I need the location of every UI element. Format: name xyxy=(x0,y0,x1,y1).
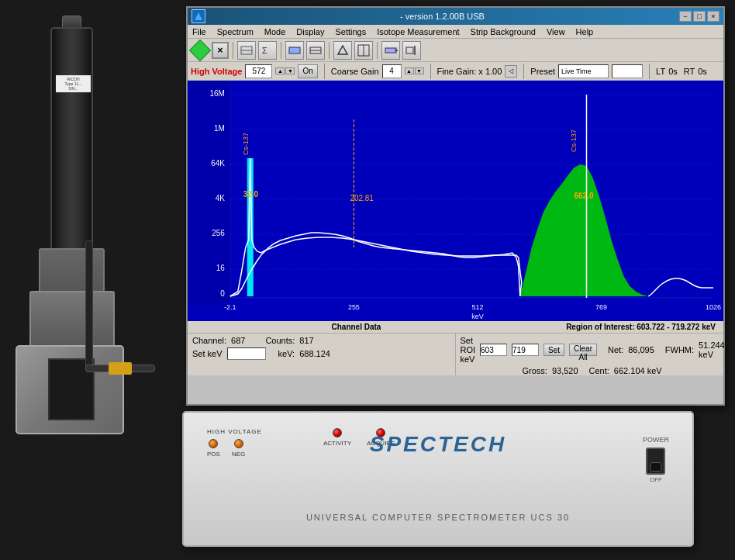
kev-label: keV: xyxy=(278,349,295,358)
svg-text:-2.1: -2.1 xyxy=(224,303,236,311)
tube-base-upper xyxy=(39,248,105,295)
toolbar-btn-1[interactable] xyxy=(237,41,256,60)
pos-indicator: POS xyxy=(207,439,220,458)
preset-dropdown[interactable]: Live Time xyxy=(558,64,609,78)
minimize-button[interactable]: − xyxy=(679,11,692,22)
sep-3 xyxy=(523,64,524,79)
maximize-button[interactable]: □ xyxy=(693,11,706,22)
gross-label: Gross: xyxy=(523,366,547,375)
toolbar-btn-8[interactable] xyxy=(402,41,421,60)
fwhm-label: FWHM: xyxy=(665,345,694,354)
menu-mode[interactable]: Mode xyxy=(262,26,288,37)
channel-value: 687 xyxy=(231,336,245,345)
activity-indicator: ACTIVITY xyxy=(323,428,351,447)
svg-text:1026: 1026 xyxy=(706,303,721,311)
sep-4 xyxy=(649,64,650,79)
coarse-spinners: ▲ ▼ xyxy=(405,67,424,74)
toolbar-btn-7[interactable] xyxy=(381,41,400,60)
svg-text:64K: 64K xyxy=(211,159,225,168)
window-title: - version 1.2.00B USB xyxy=(205,12,679,21)
cent-label: Cent: xyxy=(589,366,609,375)
kev-value: 688.124 xyxy=(299,349,330,358)
menu-settings[interactable]: Settings xyxy=(333,26,368,37)
svg-text:769: 769 xyxy=(595,303,607,311)
svg-rect-14 xyxy=(188,81,723,321)
hv-input[interactable] xyxy=(245,64,272,78)
fwhm-value: 51.244 keV xyxy=(699,340,725,359)
hardware-left: RICOH Type 11... S/N... xyxy=(8,16,171,543)
hv-up[interactable]: ▲ xyxy=(275,67,285,74)
title-bar: - version 1.2.00B USB − □ × xyxy=(188,8,723,25)
menu-help[interactable]: Help xyxy=(574,26,596,37)
roi-set-button[interactable]: Set xyxy=(543,344,564,356)
tube-label: RICOH Type 11... S/N... xyxy=(56,75,91,92)
svg-marker-7 xyxy=(338,46,347,54)
hv-section: HIGH VOLTAGE POS NEG xyxy=(207,428,262,458)
menu-display[interactable]: Display xyxy=(294,26,326,37)
spectrum-display[interactable]: 16M 1M 64K 4K 256 16 0 xyxy=(188,81,723,321)
preset-label: Preset xyxy=(530,67,555,76)
fine-gain-down[interactable]: ◁ xyxy=(505,65,517,78)
menu-strip-background[interactable]: Strip Background xyxy=(468,26,538,37)
menu-bar: File Spectrum Mode Display Settings Isot… xyxy=(188,25,723,39)
hv-down[interactable]: ▼ xyxy=(285,67,295,74)
power-switch-section: POWER OFF xyxy=(643,436,669,483)
hv-title: HIGH VOLTAGE xyxy=(207,428,262,435)
coarse-gain-input[interactable] xyxy=(382,64,402,78)
activity-led xyxy=(333,428,342,437)
settings-bar: High Voltage ▲ ▼ On Coarse Gain ▲ ▼ Fine… xyxy=(188,62,723,81)
svg-text:0: 0 xyxy=(220,289,225,298)
hv-spinners: ▲ ▼ xyxy=(275,67,295,74)
roi-row: Set ROI keV Set Clear All Net: 86,095 FW… xyxy=(461,336,719,364)
set-kev-input[interactable] xyxy=(227,347,266,360)
net-label: Net: xyxy=(608,345,623,354)
power-switch-body[interactable] xyxy=(646,448,665,475)
roi-label: Set ROI keV xyxy=(461,336,476,364)
svg-rect-4 xyxy=(289,47,300,54)
hv-on-btn[interactable]: On xyxy=(298,64,317,78)
lt-label: LT xyxy=(656,67,665,76)
lt-value: 0s xyxy=(668,67,678,76)
svg-text:1M: 1M xyxy=(214,124,225,133)
software-window: - version 1.2.00B USB − □ × File Spectru… xyxy=(186,6,725,406)
channel-data-right: Set ROI keV Set Clear All Net: 86,095 FW… xyxy=(456,334,724,375)
clear-all-button[interactable]: Clear All xyxy=(569,344,597,356)
net-value: 86,095 xyxy=(628,345,654,354)
toolbar-btn-6[interactable] xyxy=(354,41,373,60)
toolbar-btn-2[interactable]: Σ xyxy=(258,41,277,60)
channel-data-left: Channel: 687 Counts: 817 Set keV keV: 68… xyxy=(188,334,456,375)
coarse-up[interactable]: ▲ xyxy=(405,67,414,74)
hv-indicators: POS NEG xyxy=(207,439,262,458)
svg-rect-10 xyxy=(385,48,396,53)
toolbar-separator-4 xyxy=(377,42,378,59)
gross-value: 93,520 xyxy=(552,366,578,375)
toolbar-btn-3[interactable] xyxy=(285,41,304,60)
pos-led xyxy=(209,439,218,448)
svg-text:16M: 16M xyxy=(209,89,224,98)
pos-label: POS xyxy=(207,451,220,458)
stop-button[interactable]: × xyxy=(212,42,229,59)
menu-isotope[interactable]: Isotope Measurement xyxy=(374,26,461,37)
svg-marker-0 xyxy=(195,12,202,20)
power-off-label: OFF xyxy=(650,476,662,483)
toolbar-separator-1 xyxy=(233,42,233,59)
menu-file[interactable]: File xyxy=(190,26,209,37)
diamond-button[interactable] xyxy=(191,41,209,60)
svg-text:202.81: 202.81 xyxy=(350,194,374,202)
toolbar-btn-5[interactable] xyxy=(333,41,352,60)
svg-text:256: 256 xyxy=(212,229,225,237)
counts-value: 817 xyxy=(299,336,313,345)
roi-from-input[interactable] xyxy=(480,344,507,356)
cable-vertical xyxy=(85,240,93,368)
coarse-down[interactable]: ▼ xyxy=(415,67,424,74)
preset-time-input[interactable] xyxy=(612,64,643,78)
tube-mount xyxy=(16,345,124,434)
app-icon xyxy=(192,9,205,23)
menu-view[interactable]: View xyxy=(544,26,568,37)
neg-indicator: NEG xyxy=(232,439,245,458)
toolbar-btn-4[interactable] xyxy=(306,41,325,60)
menu-spectrum[interactable]: Spectrum xyxy=(215,26,256,37)
close-button[interactable]: × xyxy=(707,11,719,22)
roi-to-input[interactable] xyxy=(512,344,539,356)
svg-text:Cs-137: Cs-137 xyxy=(242,133,250,155)
